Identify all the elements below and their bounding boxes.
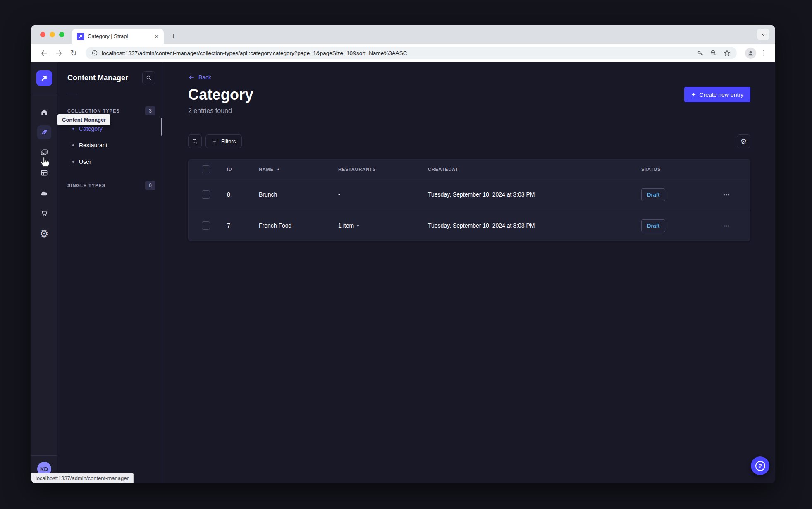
browser-tab[interactable]: Category | Strapi × — [72, 29, 164, 44]
gear-icon: ⚙ — [740, 138, 747, 145]
page-title: Category — [188, 86, 253, 103]
cell-id: 7 — [227, 222, 259, 229]
home-icon — [40, 108, 48, 116]
strapi-favicon-icon — [77, 33, 84, 40]
question-mark-icon: ? — [755, 461, 765, 471]
subnav-item-label: Category — [79, 125, 103, 132]
table-row[interactable]: 8 Brunch - Tuesday, September 10, 2024 a… — [189, 179, 750, 210]
entries-count: 2 entries found — [188, 107, 253, 115]
password-key-icon[interactable] — [697, 49, 704, 57]
close-window-button[interactable] — [40, 32, 45, 37]
select-all-checkbox[interactable] — [202, 165, 210, 173]
address-bar[interactable]: localhost:1337/admin/content-manager/col… — [86, 47, 737, 59]
nav-cloud-button[interactable] — [37, 186, 51, 200]
zoom-icon[interactable] — [710, 49, 717, 57]
new-tab-button[interactable]: + — [167, 30, 179, 42]
arrow-left-icon — [188, 74, 195, 81]
strapi-app: ⚙ KD Content Manager COLLECTION TYPES 3 — [31, 62, 775, 483]
chevron-down-icon — [761, 32, 766, 37]
create-new-entry-label: Create new entry — [699, 91, 743, 98]
media-library-icon — [40, 149, 48, 157]
table-row[interactable]: 7 French Food 1 item▾ Tuesday, September… — [189, 210, 750, 241]
column-header-status[interactable]: STATUS — [641, 167, 721, 172]
nav-home-button[interactable] — [37, 105, 51, 119]
browser-profile-avatar[interactable] — [745, 48, 756, 59]
cell-name: Brunch — [259, 191, 338, 198]
content-type-builder-icon — [40, 169, 48, 177]
table-header-row: ID NAME▲ RESTAURANTS CREATEDAT STATUS — [189, 160, 750, 179]
rail-divider — [31, 94, 57, 94]
reload-button[interactable]: ↻ — [67, 47, 80, 59]
person-icon — [747, 50, 754, 57]
single-types-count-badge: 0 — [145, 181, 155, 190]
subnav-divider — [67, 94, 77, 94]
column-header-id[interactable]: ID — [227, 167, 259, 172]
tab-strip: Category | Strapi × + — [31, 25, 775, 44]
browser-status-bar: localhost:1337/admin/content-manager — [31, 473, 134, 483]
forward-button[interactable] — [53, 47, 65, 59]
tab-close-icon[interactable]: × — [153, 33, 160, 40]
tab-title: Category | Strapi — [88, 33, 150, 39]
subnav-item-label: Restaurant — [79, 142, 107, 149]
content-manager-feather-icon — [40, 128, 48, 137]
entries-table: ID NAME▲ RESTAURANTS CREATEDAT STATUS 8 … — [188, 159, 750, 241]
main-content: Back Category 2 entries found + Create n… — [162, 62, 775, 483]
cell-name: French Food — [259, 222, 338, 229]
sort-ascending-icon: ▲ — [277, 167, 281, 171]
row-actions-button[interactable]: ⋯ — [721, 222, 750, 230]
table-settings-button[interactable]: ⚙ — [737, 134, 750, 148]
filter-icon — [212, 139, 217, 144]
nav-media-library-button[interactable] — [37, 146, 51, 160]
browser-window: Category | Strapi × + ↻ localhost:1337/a… — [31, 25, 775, 483]
search-icon — [146, 74, 152, 81]
subnav-item-user[interactable]: User — [67, 154, 155, 170]
window-controls — [40, 32, 64, 37]
nav-content-manager-button[interactable] — [37, 125, 51, 139]
bullet-icon — [72, 161, 74, 163]
tab-search-button[interactable] — [757, 29, 769, 40]
row-checkbox[interactable] — [202, 190, 210, 199]
cell-id: 8 — [227, 191, 259, 198]
column-header-name[interactable]: NAME▲ — [259, 167, 338, 172]
column-header-createdat[interactable]: CREATEDAT — [428, 167, 641, 172]
row-checkbox[interactable] — [202, 221, 210, 230]
help-button[interactable]: ? — [751, 456, 769, 475]
cell-createdat: Tuesday, September 10, 2024 at 3:03 PM — [428, 191, 641, 198]
nav-settings-button[interactable]: ⚙ — [37, 227, 51, 241]
status-badge: Draft — [641, 188, 665, 201]
cell-createdat: Tuesday, September 10, 2024 at 3:03 PM — [428, 222, 641, 229]
row-actions-button[interactable]: ⋯ — [721, 191, 750, 199]
create-new-entry-button[interactable]: + Create new entry — [684, 87, 750, 102]
strapi-arrow-icon — [40, 74, 48, 82]
rail-bottom-divider — [31, 455, 57, 456]
url-text: localhost:1337/admin/content-manager/col… — [102, 50, 693, 56]
nav-content-type-builder-button[interactable] — [37, 166, 51, 180]
gear-icon: ⚙ — [40, 229, 49, 239]
minimize-window-button[interactable] — [50, 32, 55, 37]
expand-caret-icon: ▾ — [357, 223, 359, 228]
strapi-logo[interactable] — [36, 70, 52, 86]
back-link[interactable]: Back — [188, 74, 211, 81]
status-badge: Draft — [641, 219, 665, 232]
cell-restaurants: - — [338, 191, 428, 198]
page-info-icon[interactable] — [91, 50, 98, 56]
browser-menu-button[interactable]: ⋮ — [759, 49, 769, 57]
back-button[interactable] — [38, 47, 50, 59]
filters-button[interactable]: Filters — [205, 134, 242, 148]
subnav-title: Content Manager — [67, 74, 128, 82]
nav-marketplace-button[interactable] — [37, 206, 51, 221]
table-search-button[interactable] — [188, 134, 202, 148]
cell-restaurants[interactable]: 1 item▾ — [338, 222, 428, 229]
column-header-restaurants[interactable]: RESTAURANTS — [338, 167, 428, 172]
plus-icon: + — [691, 91, 695, 99]
subnav-item-restaurant[interactable]: Restaurant — [67, 137, 155, 153]
bullet-icon — [72, 144, 74, 146]
filters-label: Filters — [221, 138, 236, 144]
search-icon — [192, 138, 198, 144]
zoom-window-button[interactable] — [59, 32, 64, 37]
browser-toolbar: ↻ localhost:1337/admin/content-manager/c… — [31, 44, 775, 62]
subnav-search-button[interactable] — [142, 71, 155, 84]
shopping-cart-icon — [40, 209, 48, 218]
bookmark-star-icon[interactable] — [723, 49, 731, 57]
main-nav-rail: ⚙ KD — [31, 62, 57, 483]
